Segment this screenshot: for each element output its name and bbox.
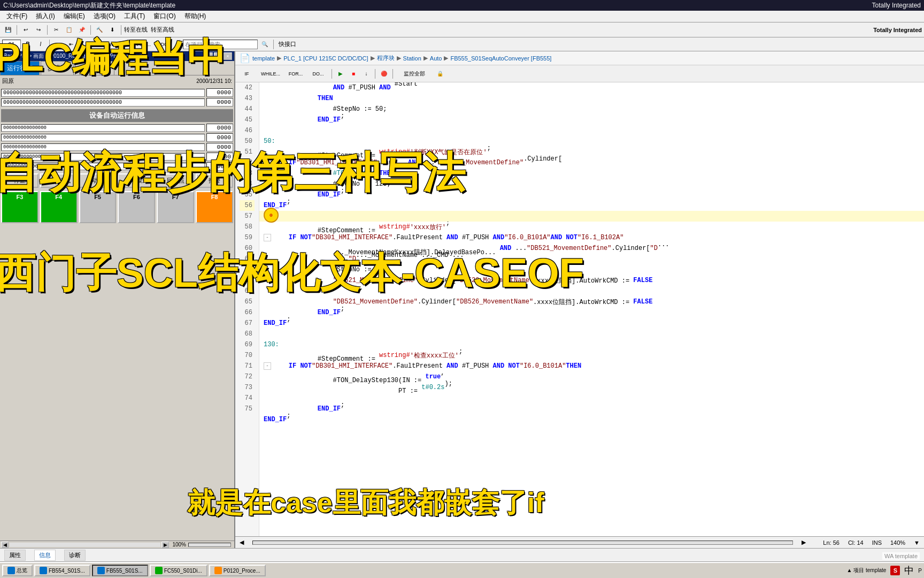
menu-file[interactable]: 文件(F): [2, 11, 32, 22]
val-4: 0000: [206, 143, 233, 151]
copy-btn[interactable]: 📋: [63, 24, 75, 36]
redo-btn[interactable]: ↪: [33, 24, 44, 36]
left-panel: [Basic PN] > 画面 > P0100_Runing > P0120_P…: [0, 51, 235, 548]
code-line-69[interactable]: #StepComment := wstring#'检查xxxx工位';: [259, 350, 924, 361]
italic-btn[interactable]: I: [35, 39, 47, 50]
left-panel-content: 运行状态 步进链 原位信息 回原 2000/12/31 10: 00000000…: [0, 61, 234, 541]
taskbar-fb554[interactable]: FB554_S01S...: [34, 565, 90, 576]
block-if-btn[interactable]: IF...: [83, 39, 104, 50]
block-while-btn[interactable]: WHILE...: [105, 39, 132, 50]
fkey-f8[interactable]: F8: [196, 191, 233, 223]
code-do-btn[interactable]: DO...: [307, 68, 329, 80]
cut-btn[interactable]: ✂: [50, 24, 62, 36]
taskbar-fb555[interactable]: FB555_S01S...: [92, 565, 148, 576]
code-line-54[interactable]: END_IF;: [259, 189, 924, 200]
code-line-51[interactable]: #StepComment := wstring#'判断XXX气缸是否在原位';: [259, 147, 924, 157]
code-run-btn[interactable]: ▶: [335, 68, 346, 80]
properties-tab[interactable]: 属性: [4, 550, 26, 561]
taskbar-p0120[interactable]: P0120_Proce...: [209, 565, 266, 576]
step-mode-btn[interactable]: 步进模式: [40, 173, 78, 188]
auto-mode-btn[interactable]: 自动模式: [79, 173, 117, 188]
tab-run-status[interactable]: 运行状态: [0, 61, 40, 75]
code-line-65[interactable]: END_IF;: [259, 307, 924, 318]
data-row-2: 000000000000000 0000: [0, 123, 234, 133]
code-while-btn[interactable]: WHILE...: [257, 68, 284, 80]
code-line-52[interactable]: - IF "DB301_HMI_INTERFACE".Fau... AND ..…: [259, 157, 924, 168]
menu-tools[interactable]: 工具(T): [120, 11, 149, 22]
tab-home-info[interactable]: 原位信息: [75, 61, 114, 75]
zoom-adjust[interactable]: ▼: [914, 539, 920, 546]
scroll-h-left[interactable]: ◀: [240, 539, 244, 546]
code-lock-btn[interactable]: 🔒: [434, 68, 446, 80]
save-btn[interactable]: 💾: [2, 24, 14, 36]
menu-help[interactable]: 帮助(H): [180, 11, 211, 22]
fkey-f6[interactable]: F6: [118, 191, 155, 223]
paste-btn[interactable]: 📌: [76, 24, 88, 36]
scroll-right[interactable]: ▶: [161, 542, 169, 548]
close-btn[interactable]: ×: [224, 52, 232, 60]
tab-step-chain[interactable]: 步进链: [41, 61, 74, 75]
menu-options[interactable]: 选项(O): [89, 11, 120, 22]
undo-btn[interactable]: ↩: [20, 24, 32, 36]
block-for-btn[interactable]: FOR...: [133, 39, 155, 50]
code-line-74[interactable]: END_IF;: [259, 404, 924, 414]
code-lines: AND #T_PUSH AND #Start THEN #StepNo := 5…: [259, 82, 924, 536]
code-monitor-btn[interactable]: 监控全部: [396, 68, 433, 80]
info-tab[interactable]: 信息: [34, 550, 56, 561]
taskbar-fc550[interactable]: FC550_S01Di...: [150, 565, 207, 576]
code-stop-btn[interactable]: ■: [348, 68, 359, 80]
zoom-input[interactable]: [2, 40, 21, 49]
search-btn[interactable]: 🔍: [259, 39, 271, 50]
breadcrumb-auto[interactable]: Auto: [430, 55, 442, 62]
fkey-f5[interactable]: F5: [79, 191, 117, 223]
breadcrumb-plc[interactable]: PLC_1 [CPU 1215C DC/DC/DC]: [283, 55, 368, 62]
left-scrollbar[interactable]: ◀ ▶ 100%: [0, 541, 234, 548]
code-line-61[interactable]: #StepNo := 130;: [259, 264, 924, 275]
alarm-btn[interactable]: 报警: [196, 173, 233, 188]
breadcrumb-station[interactable]: Station: [403, 55, 421, 62]
h-scrollbar[interactable]: [252, 541, 793, 545]
minimize-btn[interactable]: _: [204, 52, 213, 60]
outdent-btn[interactable]: ⇤: [65, 39, 77, 50]
data-row-1: 0000000000000000000000000000000000000 00…: [0, 97, 234, 107]
stop-btn[interactable]: 停止: [1, 173, 38, 188]
indent-btn[interactable]: ⇥: [52, 39, 64, 50]
search-input[interactable]: [183, 40, 258, 49]
block-do-btn[interactable]: DO...: [156, 39, 177, 50]
fkey-f7[interactable]: F7: [157, 191, 194, 223]
code-line-56[interactable]: ⊙: [259, 211, 924, 222]
scroll-left[interactable]: ◀: [1, 542, 9, 548]
download-btn[interactable]: ⬇: [106, 24, 118, 36]
breadcrumb-template[interactable]: template: [252, 55, 275, 62]
bold-btn[interactable]: B: [22, 39, 34, 50]
zoom-slider[interactable]: [188, 543, 231, 547]
code-line-45[interactable]: END_IF;: [259, 115, 924, 125]
diagnose-tab[interactable]: 诊断: [64, 550, 86, 561]
code-line-67[interactable]: [259, 329, 924, 339]
code-step-btn[interactable]: ↓: [360, 68, 372, 80]
code-for-btn[interactable]: FOR...: [285, 68, 306, 80]
code-line-62[interactable]: "DB521_MovementDefine".Cylinder["DB526_M…: [259, 275, 924, 286]
fkey-f3[interactable]: F3: [1, 191, 38, 223]
code-breakpoint-btn[interactable]: 🔴: [378, 68, 390, 80]
scroll-h-right[interactable]: ▶: [802, 539, 806, 546]
maximize-btn[interactable]: □: [214, 52, 222, 60]
breadcrumb-program[interactable]: 程序块: [377, 54, 395, 62]
menu-insert[interactable]: 插入(I): [32, 11, 59, 22]
taskbar-overview[interactable]: 总览: [2, 565, 33, 576]
code-line-63[interactable]: [259, 286, 924, 296]
menu-edit[interactable]: 编辑(E): [59, 11, 89, 22]
siemens-icon: S: [890, 566, 900, 575]
p0120-icon: [214, 567, 222, 574]
fkey-f4[interactable]: F4: [40, 191, 78, 223]
code-line-72[interactable]: PT := t#0.2s);: [259, 382, 924, 393]
compile-btn[interactable]: 🔨: [94, 24, 105, 36]
code-line-42[interactable]: AND #T_PUSH AND #Start: [259, 82, 924, 93]
col-label: Cl: 14: [848, 539, 864, 546]
code-if-btn[interactable]: IF: [237, 68, 256, 80]
code-line-57[interactable]: #StepComment := wstring#'xxxx放行';: [259, 222, 924, 232]
breadcrumb-fb555[interactable]: FB555_S01SeqAutoConveyer [FB555]: [450, 55, 551, 62]
manual-mode-btn[interactable]: 手动模式: [118, 173, 155, 188]
home-btn[interactable]: 回原点: [157, 173, 194, 188]
menu-window[interactable]: 窗口(O): [149, 11, 180, 22]
